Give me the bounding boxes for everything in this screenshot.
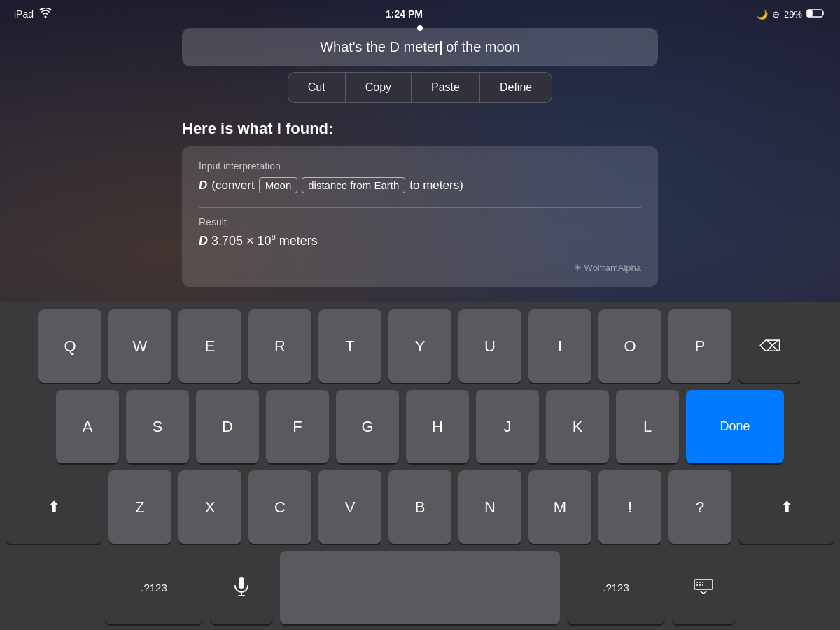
key-m[interactable]: M [528,470,592,544]
done-label: Done [720,419,750,434]
battery-percent: 29% [784,9,802,20]
wifi-icon [39,8,52,20]
mic-key[interactable] [210,551,273,624]
wolfram-logo: ✳ WolframAlpha [199,262,641,273]
result-card: Input interpretation D (convert Moon dis… [182,146,658,287]
key-n[interactable]: N [458,470,522,544]
key-a[interactable]: A [56,390,119,463]
svg-rect-2 [239,578,244,589]
formula-suffix: to meters) [410,178,463,192]
delete-key[interactable]: ⌫ [738,309,802,383]
result-unit: meters [279,234,318,248]
result-exp: 8 [272,233,276,241]
text-cursor [440,41,442,55]
key-question[interactable]: ? [668,470,732,544]
svg-rect-5 [694,580,713,589]
result-formula: D (convert Moon distance from Earth to m… [199,177,641,193]
delete-icon: ⌫ [760,337,781,356]
numbers-left-label: .?123 [141,582,167,594]
result-section-title: Result [199,216,641,227]
svg-rect-1 [808,10,812,16]
rotation-icon: ⊕ [772,9,780,20]
space-key[interactable] [280,551,560,624]
key-i[interactable]: I [528,309,592,383]
key-k[interactable]: K [546,390,609,463]
key-s[interactable]: S [126,390,189,463]
keyboard-row-1: Q W E R T Y U I O P ⌫ [6,309,834,383]
shift-right-icon: ⬆ [780,498,793,517]
status-right: 🌙 ⊕ 29% [757,8,826,20]
search-query-suffix: of the moon [442,39,520,55]
key-x[interactable]: X [178,470,241,544]
input-section: Input interpretation D (convert Moon dis… [199,160,641,193]
key-g[interactable]: G [336,390,399,463]
copy-button[interactable]: Copy [346,73,412,102]
key-d[interactable]: D [196,390,259,463]
numbers-left-key[interactable]: .?123 [105,551,203,624]
result-number: 3.705 [211,234,246,248]
wolfram-asterisk: ✳ [574,262,584,273]
key-h[interactable]: H [406,390,469,463]
search-container: What's the D meter of the moon [182,28,658,66]
content-area: What's the D meter of the moon Cut Copy … [0,0,840,302]
define-button[interactable]: Define [480,73,552,102]
key-z[interactable]: Z [108,470,172,544]
status-time: 1:24 PM [386,8,423,20]
mic-icon [234,577,249,599]
search-query-prefix: What's the D meter [320,39,440,55]
key-u[interactable]: U [458,309,522,383]
moon-icon: 🌙 [757,9,768,20]
shift-left-icon: ⬆ [48,498,60,517]
cut-button[interactable]: Cut [288,73,346,102]
shift-right-key[interactable]: ⬆ [738,470,834,544]
search-bar[interactable]: What's the D meter of the moon [182,28,658,66]
keyboard-row-4: .?123 .?123 [6,551,834,624]
keyboard: Q W E R T Y U I O P ⌫ A S D F G H J K L … [0,302,840,630]
wolfram-name: WolframAlpha [584,262,641,273]
key-w[interactable]: W [108,309,172,383]
keyboard-row-2: A S D F G H J K L Done [6,390,834,463]
key-l[interactable]: L [616,390,679,463]
key-p[interactable]: P [668,309,732,383]
result-section: Result D 3.705 × 108 meters [199,216,641,248]
done-key[interactable]: Done [686,390,784,463]
status-bar: iPad 1:24 PM 🌙 ⊕ 29% [0,0,840,28]
formula-d: D [199,178,207,192]
numbers-right-label: .?123 [603,582,629,594]
key-exclaim[interactable]: ! [598,470,662,544]
key-o[interactable]: O [598,309,662,383]
key-q[interactable]: Q [38,309,102,383]
input-section-title: Input interpretation [199,160,641,172]
key-c[interactable]: C [248,470,312,544]
section-divider [199,207,641,208]
key-t[interactable]: T [318,309,382,383]
result-base: 10 [258,234,272,248]
moon-tag: Moon [259,177,298,193]
keyboard-hide-key[interactable] [672,551,735,624]
status-left: iPad [14,8,52,20]
ipad-label: iPad [14,8,34,20]
numbers-right-key[interactable]: .?123 [567,551,665,624]
key-j[interactable]: J [476,390,539,463]
keyboard-hide-icon [694,579,713,597]
found-label: Here is what I found: [182,120,333,138]
key-b[interactable]: B [388,470,451,544]
shift-left-key[interactable]: ⬆ [6,470,102,544]
context-menu: Cut Copy Paste Define [288,72,552,103]
paste-button[interactable]: Paste [412,73,480,102]
battery-icon [806,8,826,20]
key-y[interactable]: Y [388,309,451,383]
key-f[interactable]: F [266,390,329,463]
keyboard-row-3: ⬆ Z X C V B N M ! ? ⬆ [6,470,834,544]
result-d: D [199,234,208,248]
key-e[interactable]: E [178,309,241,383]
earth-tag: distance from Earth [302,177,405,193]
key-v[interactable]: V [318,470,382,544]
formula-paren-open: (convert [211,178,254,192]
result-value: D 3.705 × 108 meters [199,233,641,248]
key-r[interactable]: R [248,309,312,383]
result-times: × [246,234,254,248]
